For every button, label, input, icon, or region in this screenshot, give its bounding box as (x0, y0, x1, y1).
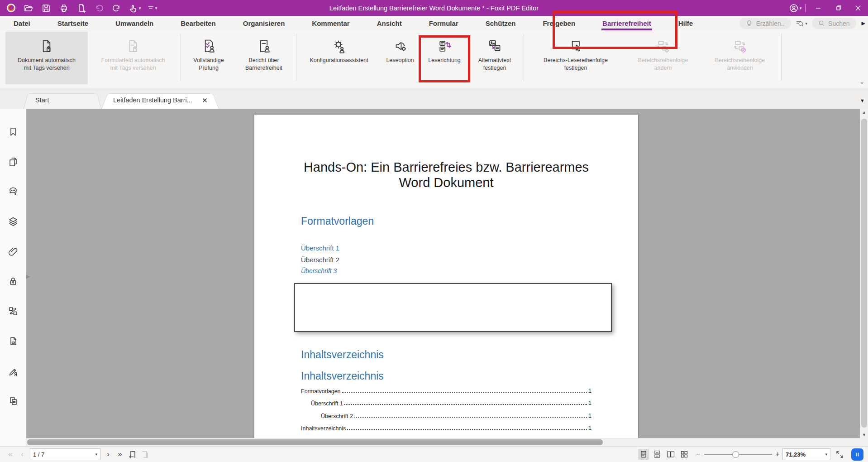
next-page-icon[interactable]: › (102, 450, 114, 459)
read-option-button[interactable]: Leseoption (379, 32, 421, 84)
first-page-icon[interactable]: « (5, 450, 16, 459)
alt-text-icon (487, 36, 502, 57)
accessibility-report-button[interactable]: Bericht über Barrierefreiheit (234, 32, 294, 84)
ribbon-separator (524, 34, 524, 81)
scroll-up-icon[interactable]: ▲ (860, 110, 868, 115)
apply-zone-order-icon (732, 36, 748, 57)
doc-tab-leitfaden[interactable]: Leitfaden Erstellung Barri... (101, 91, 219, 109)
tab-hilfe[interactable]: Hilfe (665, 16, 707, 31)
signatures-icon[interactable] (7, 365, 19, 377)
horizontal-scrollbar[interactable] (26, 438, 860, 446)
expand-panel-arrow-icon[interactable]: ▶ (862, 20, 865, 26)
previous-page-icon[interactable]: ‹ (16, 450, 28, 459)
touchup-reading-order-button[interactable]: Bereichs-Lesereihenfolge festlegen (526, 32, 625, 84)
tab-bearbeiten[interactable]: Bearbeiten (167, 16, 229, 31)
doc-empty-text-frame (294, 283, 612, 332)
close-button[interactable] (848, 0, 868, 16)
hand-tool-caret[interactable]: ▾ (139, 6, 141, 10)
bookmarks-icon[interactable] (8, 126, 19, 138)
full-text-search-icon[interactable]: ▾ (796, 19, 808, 27)
full-check-button[interactable]: Vollständige Prüfung (183, 32, 234, 84)
single-page-view-icon[interactable] (638, 449, 649, 460)
setup-assistant-button[interactable]: Konfigurationsassistent (299, 32, 379, 84)
undo-icon[interactable] (92, 2, 106, 14)
tell-me-search[interactable]: Erzählen.. (739, 18, 791, 29)
autotag-document-button[interactable]: Dokument automatisch mit Tags versehen (5, 32, 88, 84)
thumbnail-view-icon[interactable] (679, 449, 690, 460)
customize-toolbar-icon[interactable]: ▾ (145, 2, 159, 14)
document-view-area[interactable]: Hands-On: Ein Barrierefreies bzw. Barrie… (26, 109, 868, 446)
reading-direction-icon (437, 36, 452, 57)
search-label: Suchen (828, 20, 849, 27)
change-zone-order-button: Bereichsreihenfolge ändern (625, 32, 701, 84)
alt-text-button[interactable]: Alternativtext festlegen (468, 32, 521, 84)
zoom-slider[interactable] (704, 454, 772, 455)
hand-tool-icon[interactable]: ▾ (127, 2, 142, 14)
print-icon[interactable] (57, 2, 71, 14)
doc-heading-inhaltsverzeichnis-inner: Inhaltsverzeichnis (301, 370, 384, 382)
fields-icon[interactable] (8, 335, 19, 347)
zoom-dropdown-caret[interactable]: ▾ (825, 452, 827, 457)
tab-kommentar[interactable]: Kommentar (298, 16, 363, 31)
content-icon[interactable] (8, 395, 19, 407)
facing-view-icon[interactable] (665, 449, 676, 460)
tab-startseite[interactable]: Startseite (44, 16, 102, 31)
account-icon[interactable]: ▾ (788, 2, 802, 14)
minimize-button[interactable] (808, 0, 828, 16)
close-tab-icon[interactable] (202, 98, 207, 103)
destinations-icon[interactable] (7, 305, 19, 317)
reading-direction-button[interactable]: Leserichtung (421, 32, 468, 84)
search-icon (818, 20, 825, 27)
zoom-in-icon[interactable]: + (776, 450, 780, 458)
tab-list-icon[interactable]: ▼ (860, 98, 865, 103)
collapse-ribbon-icon[interactable]: ⌄ (859, 78, 864, 85)
last-page-icon[interactable]: » (114, 450, 126, 459)
page-number-field[interactable]: 1 / 7 ▾ (30, 448, 100, 460)
tab-datei[interactable]: Datei (0, 16, 44, 31)
layers-icon[interactable] (7, 216, 19, 227)
pages-icon[interactable] (8, 156, 19, 168)
continuous-view-icon[interactable] (652, 449, 663, 460)
customize-caret: ▾ (155, 6, 157, 10)
vertical-scroll-thumb[interactable] (861, 119, 867, 428)
attachments-icon[interactable] (7, 245, 19, 257)
previous-view-icon[interactable] (126, 449, 138, 460)
toc-row: Überschrift 21 (301, 407, 591, 419)
foxit-logo-icon (4, 2, 18, 14)
tab-umwandeln[interactable]: Umwandeln (102, 16, 167, 31)
tab-formular[interactable]: Formular (415, 16, 472, 31)
ai-assistant-icon[interactable] (851, 448, 863, 461)
tab-organisieren[interactable]: Organisieren (229, 16, 299, 31)
tab-barrierefreiheit[interactable]: Barrierefreiheit (589, 16, 665, 31)
page-dropdown-caret[interactable]: ▾ (95, 452, 97, 457)
account-caret[interactable]: ▾ (800, 6, 802, 10)
doc-heading-inhaltsverzeichnis-outer: Inhaltsverzeichnis (301, 349, 384, 361)
tab-ansicht[interactable]: Ansicht (363, 16, 415, 31)
ribbon-barrierefreiheit: Dokument automatisch mit Tags versehen F… (0, 31, 868, 88)
scroll-down-icon[interactable]: ▼ (860, 433, 868, 437)
save-icon[interactable] (39, 2, 53, 14)
doc-tab-leitfaden-label: Leitfaden Erstellung Barri... (113, 96, 192, 104)
horizontal-scroll-thumb[interactable] (27, 439, 603, 445)
search-options-caret[interactable]: ▾ (806, 21, 808, 26)
tab-schuetzen[interactable]: Schützen (472, 16, 529, 31)
search-field[interactable]: Suchen (812, 18, 856, 29)
vertical-scrollbar[interactable]: ▲ ▼ (860, 109, 868, 438)
change-zone-order-icon (655, 36, 671, 57)
doc-tab-start[interactable]: Start (24, 91, 101, 109)
tab-freigeben[interactable]: Freigeben (529, 16, 589, 31)
zoom-level-field[interactable]: 71,23% ▾ (782, 448, 830, 460)
doc-toc: Formatvorlagen1 Überschrift 11 Überschri… (301, 382, 591, 444)
zoom-slider-thumb[interactable] (732, 451, 739, 458)
tell-me-label: Erzählen.. (756, 20, 784, 27)
comments-icon[interactable] (7, 186, 19, 197)
zoom-out-icon[interactable]: − (696, 450, 700, 458)
open-file-icon[interactable] (21, 2, 36, 14)
pdf-page[interactable]: Hands-On: Ein Barrierefreies bzw. Barrie… (254, 115, 638, 438)
redo-icon[interactable] (110, 2, 124, 14)
panel-expand-handle[interactable]: ▶ (26, 274, 30, 279)
security-icon[interactable] (8, 275, 19, 287)
fullscreen-icon[interactable] (833, 449, 846, 460)
restore-button[interactable] (828, 0, 848, 16)
create-pdf-icon[interactable] (74, 2, 89, 14)
